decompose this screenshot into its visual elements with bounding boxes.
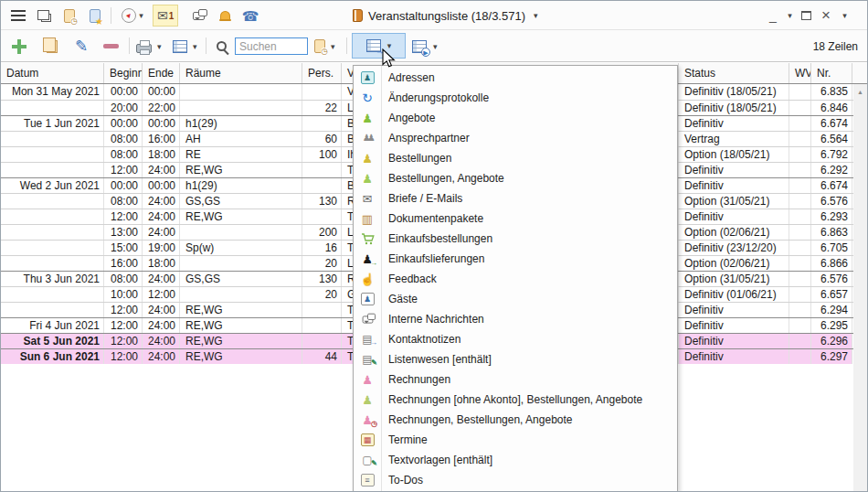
table-export-icon: → (366, 39, 381, 52)
search-input[interactable] (235, 37, 308, 55)
list-view-button[interactable]: ▾ (173, 30, 197, 62)
menu-item-dokumentenpakete[interactable]: ▥Dokumentenpakete (354, 209, 677, 229)
copy-button[interactable] (39, 30, 61, 62)
column-header-wv[interactable]: WV (789, 63, 811, 83)
menu-item-angebote[interactable]: ♟Angebote (354, 108, 677, 128)
print-button[interactable]: ▾ (136, 30, 162, 62)
column-header-nr[interactable]: Nr. (811, 63, 852, 83)
cell-beginn: 16:00 (104, 256, 143, 271)
menu-item-label: Änderungsprotokolle (381, 91, 489, 104)
menu-item-label: Einkaufsbestellungen (381, 232, 492, 245)
edit-button[interactable]: ✎ (70, 30, 92, 62)
menu-item-gaeste[interactable]: ♟Gäste (354, 289, 677, 309)
cell-nr: 6.294 (811, 303, 852, 317)
scroll-up-icon: ▲ (857, 89, 863, 95)
cell-raeume: AH (180, 132, 302, 146)
cell-pers: 20 (302, 287, 342, 302)
minimize-options-button[interactable]: ▾ (783, 1, 794, 30)
restore-button[interactable] (798, 1, 814, 30)
cell-ende: 24:00 (143, 272, 180, 286)
vertical-scrollbar[interactable]: ▲ (853, 84, 867, 491)
related-lists-button[interactable]: → ▾ (352, 33, 406, 59)
menu-item-adressen[interactable]: ♟Adressen (354, 68, 677, 88)
column-header-ende[interactable]: Ende (143, 63, 180, 83)
scroll-up-button[interactable]: ▲ (853, 84, 867, 99)
cell-pers: 16 (302, 241, 342, 255)
menu-item-rechnungen[interactable]: ♟Rechnungen (354, 369, 677, 390)
cell-status: Definitiv (679, 178, 789, 193)
cell-nr: 6.792 (811, 147, 852, 162)
document-package-icon: ▥ (354, 213, 381, 225)
cell-pers (302, 318, 342, 333)
calendar-icon: ▦ (354, 433, 381, 446)
cell-status: Definitiv (679, 116, 789, 131)
menu-item-interne-nachrichten[interactable]: Interne Nachrichten (354, 309, 677, 329)
recent-documents-button[interactable] (59, 1, 79, 30)
menu-item-bestellungen[interactable]: ♟Bestellungen (354, 148, 677, 168)
guest-card-icon: ♟ (354, 293, 381, 305)
menu-item-rechnungen-bestellungen-angebote[interactable]: ♟◷Rechnungen, Bestellungen, Angebote (354, 410, 677, 430)
menu-item-einkaufslieferungen[interactable]: ♟→Einkaufslieferungen (354, 249, 677, 269)
cell-raeume (180, 225, 302, 240)
phone-button[interactable]: ☎ (240, 1, 260, 30)
menu-item-to-dos[interactable]: ≡To-Dos (354, 470, 677, 490)
cell-wv (789, 241, 811, 255)
list-actions-button[interactable]: ▶ ▾ (412, 30, 438, 62)
cell-raeume (180, 101, 302, 115)
cell-ende: 18:00 (143, 147, 180, 162)
cell-beginn: 08:00 (104, 272, 143, 286)
add-button[interactable] (8, 30, 30, 62)
cell-wv (789, 287, 811, 302)
favorites-button[interactable] (85, 1, 105, 30)
column-header-pers[interactable]: Pers. (302, 63, 342, 83)
cell-ende: 24:00 (143, 163, 180, 177)
delete-button[interactable] (100, 30, 122, 62)
menu-item-kontaktnotizen[interactable]: ▤→Kontaktnotizen (354, 329, 677, 349)
menu-item-aenderungsprotokolle[interactable]: ↻Änderungsprotokolle (354, 88, 677, 108)
minimize-button[interactable]: _ (765, 1, 781, 30)
close-options-button[interactable]: ▾ (838, 1, 849, 30)
messages-button[interactable] (187, 1, 209, 30)
column-header-status[interactable]: Status (679, 63, 789, 83)
cell-pers: 44 (302, 349, 342, 364)
menu-item-rechnungen-ohne-akonto-bestellungen-angebote[interactable]: ♟Rechnungen [ohne Akonto], Bestellungen,… (354, 390, 677, 410)
todo-checklist-icon: ≡ (354, 474, 381, 487)
separator (111, 7, 111, 24)
cell-beginn: 08:00 (104, 132, 143, 146)
page-title: Veranstaltungsliste (18/3.571) (368, 9, 525, 23)
cell-ende: 00:00 (143, 116, 180, 131)
order-offer-figure-icon: ♟ (354, 173, 381, 185)
menu-item-termine[interactable]: ▦Termine (354, 430, 677, 450)
menu-item-label: Kontaktnotizen (381, 333, 460, 346)
close-button[interactable]: × (818, 1, 834, 30)
mail-button[interactable]: ✉ 1 (153, 1, 178, 30)
column-header-raeume[interactable]: Räume (180, 63, 302, 83)
cell-ende: 24:00 (143, 209, 180, 224)
cell-raeume: h1(29) (180, 116, 302, 131)
column-header-datum[interactable]: Datum (1, 63, 104, 83)
windows-button[interactable] (34, 1, 54, 30)
cell-ende: 24:00 (143, 225, 180, 240)
menu-item-textvorlagen-enthaelt[interactable]: ▢✎Textvorlagen [enthält] (354, 450, 677, 470)
cell-beginn: 08:00 (104, 147, 143, 162)
notifications-button[interactable] (215, 1, 235, 30)
menu-item-ansprechpartner[interactable]: ♟♟Ansprechpartner (354, 128, 677, 148)
column-header-beginn[interactable]: Beginn (104, 63, 143, 83)
envelope-icon: ✉ (157, 9, 168, 22)
cell-nr: 6.866 (811, 256, 852, 271)
date-filter-button[interactable]: ▾ (314, 30, 335, 62)
menu-item-label: Rechnungen (381, 373, 450, 386)
navigation-button[interactable]: ▲ ▾ (118, 1, 147, 30)
menu-item-briefe-e-mails[interactable]: ✉Briefe / E-Mails (354, 188, 677, 209)
window-title-group[interactable]: Veranstaltungsliste (18/3.571) ▾ (353, 1, 538, 30)
menu-item-einkaufsbestellungen[interactable]: Einkaufsbestellungen (354, 229, 677, 249)
main-menu-button[interactable] (8, 1, 28, 30)
printer-icon (136, 44, 152, 53)
menu-item-bestellungen-angebote[interactable]: ♟Bestellungen, Angebote (354, 168, 677, 188)
menu-item-feedback[interactable]: ☝Feedback (354, 269, 677, 289)
cell-pers: 22 (302, 101, 342, 115)
cell-nr: 6.295 (811, 318, 852, 333)
menu-item-listenwesen-enthaelt[interactable]: ▤✎Listenwesen [enthält] (354, 349, 677, 369)
menu-item-label: Bestellungen, Angebote (381, 172, 504, 185)
cell-raeume: Sp(w) (180, 241, 302, 255)
